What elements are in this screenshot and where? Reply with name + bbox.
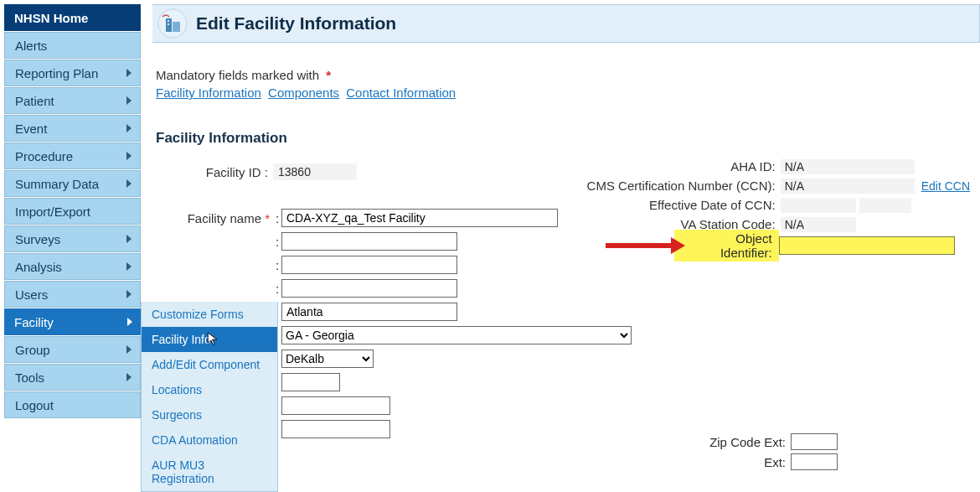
facility-name-label: Facility name *	[156, 211, 273, 225]
aha-id-value: N/A	[781, 159, 915, 174]
submenu-label: AUR MU3 Registration	[152, 458, 214, 485]
caret-icon	[126, 235, 132, 243]
submenu-customize-forms[interactable]: Customize Forms	[142, 302, 277, 327]
form-input-10[interactable]	[281, 420, 390, 438]
anchor-facility-info[interactable]: Facility Information	[156, 85, 261, 100]
nav-alerts[interactable]: Alerts	[4, 32, 141, 59]
caret-icon	[126, 69, 132, 77]
page-header: Edit Facility Information	[152, 4, 980, 43]
nav-label: Group	[15, 343, 50, 357]
facility-id-label: Facility ID :	[156, 165, 273, 179]
svg-marker-6	[671, 237, 685, 254]
caret-icon	[126, 290, 132, 298]
zip-ext-input[interactable]	[791, 433, 838, 450]
nav-event[interactable]: Event	[4, 115, 141, 142]
nav-label: Reporting Plan	[15, 66, 98, 80]
mandatory-text: Mandatory fields marked with	[156, 68, 319, 82]
nav-label: Patient	[15, 94, 54, 108]
nav-tools[interactable]: Tools	[4, 364, 141, 391]
nav-label: Tools	[15, 370, 44, 385]
nav-logout[interactable]: Logout	[4, 391, 141, 418]
facility-name-input[interactable]	[281, 209, 558, 227]
effective-ccn-label: Effective Date of CCN:	[580, 198, 781, 212]
nav-patient[interactable]: Patient	[4, 87, 141, 114]
required-asterisk-icon: *	[265, 211, 270, 225]
nav-label: Procedure	[15, 149, 73, 163]
form-input-4[interactable]	[281, 279, 457, 298]
caret-icon	[126, 152, 132, 160]
facility-icon	[157, 8, 188, 39]
object-identifier-label: Object Identifier:	[674, 230, 779, 262]
edit-ccn-link[interactable]: Edit CCN	[921, 179, 970, 193]
submenu-locations[interactable]: Locations	[142, 377, 277, 402]
submenu-label: Customize Forms	[152, 308, 244, 321]
caret-icon	[126, 373, 132, 381]
va-station-value: N/A	[781, 217, 856, 232]
form-input-9[interactable]	[281, 396, 390, 415]
submenu-label: Facility Info	[152, 333, 211, 346]
city-input[interactable]	[281, 303, 457, 321]
caret-icon	[127, 318, 132, 326]
page-title: Edit Facility Information	[196, 13, 396, 34]
nav-label: Analysis	[15, 260, 62, 274]
facility-id-value: 13860	[273, 163, 357, 180]
effective-ccn-value	[781, 198, 856, 213]
form-input-3[interactable]	[281, 256, 457, 274]
object-identifier-input[interactable]	[779, 236, 955, 255]
facility-submenu: Customize Forms Facility Info Add/Edit C…	[141, 302, 278, 492]
ext-input[interactable]	[791, 453, 838, 470]
nav-import-export[interactable]: Import/Export	[4, 198, 141, 225]
sidebar: NHSN Home Alerts Reporting Plan Patient …	[0, 0, 141, 492]
nav-label: Users	[15, 287, 48, 302]
section-title: Facility Information	[156, 130, 980, 147]
submenu-cda-automation[interactable]: CDA Automation	[142, 427, 277, 453]
nav-reporting-plan[interactable]: Reporting Plan	[4, 60, 141, 86]
nav-home[interactable]: NHSN Home	[4, 4, 141, 31]
svg-rect-3	[168, 20, 169, 22]
red-arrow-icon	[606, 236, 685, 256]
ccn-value: N/A	[781, 179, 915, 194]
nav-label: Event	[15, 122, 47, 136]
nav-analysis[interactable]: Analysis	[4, 253, 141, 280]
form-input-2[interactable]	[281, 232, 457, 251]
submenu-add-edit-component[interactable]: Add/Edit Component	[142, 352, 277, 377]
submenu-facility-info[interactable]: Facility Info	[142, 327, 277, 352]
caret-icon	[126, 124, 132, 132]
nav-label: Import/Export	[15, 205, 90, 219]
nav-summary-data[interactable]: Summary Data	[4, 170, 141, 197]
nav-label: Facility	[14, 315, 54, 329]
submenu-surgeons[interactable]: Surgeons	[142, 402, 277, 427]
nav-surveys[interactable]: Surveys	[4, 225, 141, 252]
submenu-label: Surgeons	[152, 408, 202, 422]
caret-icon	[126, 262, 132, 271]
nav-group[interactable]: Group	[4, 336, 141, 363]
nav-facility[interactable]: Facility	[4, 308, 141, 335]
required-asterisk-icon: *	[326, 68, 331, 82]
svg-rect-2	[173, 22, 180, 32]
anchor-components[interactable]: Components	[268, 85, 339, 100]
svg-rect-4	[168, 23, 169, 25]
zip-ext-label: Zip Code Ext:	[709, 435, 786, 449]
nav-procedure[interactable]: Procedure	[4, 142, 141, 169]
submenu-aur-mu3[interactable]: AUR MU3 Registration	[142, 453, 277, 491]
zip-input[interactable]	[281, 373, 340, 391]
mandatory-note: Mandatory fields marked with *	[156, 68, 980, 82]
anchor-contact-info[interactable]: Contact Information	[346, 85, 456, 100]
county-select[interactable]: DeKalb	[281, 350, 374, 368]
nav-label: NHSN Home	[14, 11, 88, 25]
nav-label: Alerts	[15, 39, 47, 53]
submenu-label: Locations	[152, 383, 202, 396]
nav-label: Logout	[15, 398, 54, 412]
effective-ccn-value-2	[859, 198, 911, 213]
nav-label: Surveys	[15, 232, 60, 246]
aha-id-label: AHA ID:	[580, 159, 781, 173]
caret-icon	[126, 179, 132, 188]
nav-label: Summary Data	[15, 177, 99, 191]
submenu-label: CDA Automation	[152, 433, 238, 447]
right-mini-block: Zip Code Ext: Ext:	[709, 432, 838, 472]
state-select[interactable]: GA - Georgia	[281, 326, 632, 344]
ccn-label: CMS Certification Number (CCN):	[580, 179, 781, 193]
caret-icon	[126, 96, 132, 105]
ext-label: Ext:	[764, 455, 786, 469]
nav-users[interactable]: Users	[4, 281, 141, 308]
